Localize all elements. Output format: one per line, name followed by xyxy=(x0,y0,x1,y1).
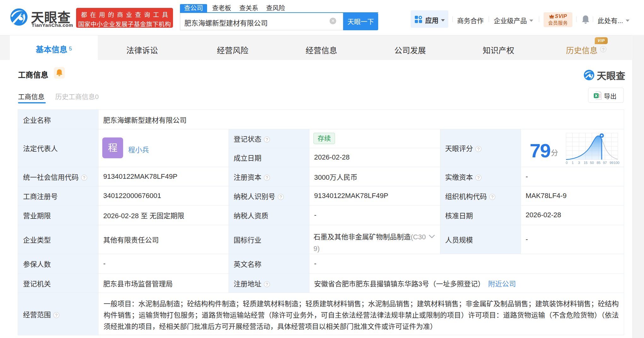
svg-text:0: 0 xyxy=(566,161,568,165)
svg-text:85: 85 xyxy=(597,161,600,165)
svg-text:15: 15 xyxy=(584,161,587,165)
svg-text:97: 97 xyxy=(603,161,607,165)
svg-text:1: 1 xyxy=(572,161,574,165)
svg-text:100: 100 xyxy=(614,161,619,165)
svg-text:3: 3 xyxy=(578,161,580,165)
svg-text:99: 99 xyxy=(610,161,613,165)
svg-text:50: 50 xyxy=(590,161,594,165)
